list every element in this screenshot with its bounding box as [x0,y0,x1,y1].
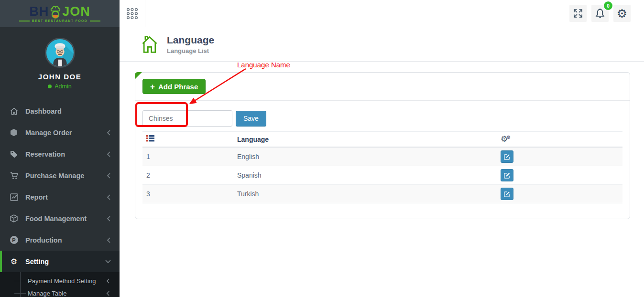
add-language-form: Save [142,110,622,127]
sidebar-item-production[interactable]: P Production [0,229,120,251]
sidebar-subitem-label: Manage Table [28,290,106,297]
notification-count-badge: 0 [604,1,612,10]
online-status-dot [48,85,52,88]
sidebar-item-report[interactable]: Report [0,186,120,208]
production-icon: P [9,236,19,244]
cube-icon [9,128,19,137]
row-number: 3 [142,190,233,198]
sidebar-item-label: Food Management [25,215,107,223]
main-area: Language Language List + Add Phrase [120,27,644,297]
language-name-input[interactable] [142,110,232,127]
page-subtitle: Language List [167,47,214,54]
chef-hat-icon [49,5,62,19]
sidebar-item-setting[interactable]: ⚙ Setting [0,251,120,272]
plus-icon: + [150,83,155,91]
sidebar-item-food-management[interactable]: Food Management [0,208,120,229]
panel-header: + Add Phrase [135,73,630,101]
sidebar-item-label: Dashboard [25,107,111,115]
edit-pencil-icon [504,172,510,179]
chevron-down-icon [105,259,111,264]
chevron-left-icon [106,278,110,284]
content-area: + Add Phrase Save [120,62,644,297]
setting-submenu: Payment Method Setting Manage Table [0,272,120,297]
fullscreen-button[interactable] [569,5,587,22]
annotation-language-name-label: Language Name [237,61,290,69]
package-box-icon [9,214,19,223]
edit-pencil-icon [504,191,510,197]
sidebar-item-label: Setting [25,258,105,265]
settings-button[interactable]: ⚙ [613,5,631,22]
user-role: Admin [0,83,120,90]
edit-language-button[interactable] [501,169,513,181]
language-panel: + Add Phrase Save [135,72,630,219]
sidebar-item-label: Production [25,236,107,244]
notifications-button[interactable]: 0 [591,5,609,22]
brand-text-right: JON [62,5,90,18]
sidebar-menu: Dashboard Manage Order Reservation [0,100,120,272]
language-column-header: Language [233,136,497,143]
table-row: 2 Spanish [142,166,622,185]
edit-language-button[interactable] [501,188,513,200]
sidebar-item-label: Manage Order [25,129,107,137]
sidebar-item-manage-order[interactable]: Manage Order [0,122,120,143]
topbar: BH JON BEST RESTAURANT FOOD [0,0,644,27]
chevron-left-icon [107,216,111,222]
sidebar-item-reservation[interactable]: Reservation [0,143,120,165]
language-cell: Turkish [233,190,497,198]
bell-icon [594,7,606,20]
sidebar: JOHN DOE Admin Dashboard Ma [0,27,120,297]
sidebar-item-label: Reservation [25,150,107,158]
fullscreen-expand-icon [572,8,584,19]
tag-icon [9,150,19,158]
chevron-left-icon [107,173,111,179]
panel-body: Save La [135,101,630,203]
tagline-rule-right [90,21,100,21]
panel-corner-ribbon [135,72,142,79]
home-icon [140,34,159,55]
sidebar-item-label: Report [25,193,107,201]
sidebar-item-label: Purchase Manage [25,172,107,180]
apps-grid-icon [126,7,139,20]
user-profile: JOHN DOE Admin [0,27,120,90]
add-phrase-button[interactable]: + Add Phrase [142,79,206,94]
edit-pencil-icon [504,154,510,160]
list-icon [142,135,233,144]
sidebar-subitem-label: Payment Method Setting [28,277,106,285]
chevron-left-icon [107,237,111,243]
page-title: Language [167,34,214,46]
avatar[interactable] [45,38,75,68]
edit-language-button[interactable] [501,150,513,163]
add-phrase-label: Add Phrase [158,83,198,91]
app-window: BH JON BEST RESTAURANT FOOD [0,0,644,297]
language-cell: Spanish [233,171,497,179]
table-row: 1 English [142,148,622,166]
gear-icon: ⚙ [9,257,19,266]
row-number: 1 [142,153,233,160]
chevron-left-icon [107,130,111,136]
sidebar-subitem-payment-method-setting[interactable]: Payment Method Setting [0,275,120,287]
user-role-label: Admin [55,83,71,90]
brand-logo[interactable]: BH JON BEST RESTAURANT FOOD [0,0,120,27]
language-table: Language ⚙⚙ 1 English [142,131,622,203]
page-header: Language Language List [120,27,644,62]
chevron-left-icon [107,151,111,157]
chef-avatar-illustration [46,39,74,66]
tree-line [20,272,21,297]
sidebar-item-purchase-manage[interactable]: Purchase Manage [0,165,120,186]
brand-logo-text: BH JON [29,5,90,18]
gear-icon: ⚙ [617,8,627,20]
settings-cogs-icon: ⚙⚙ [497,135,622,143]
chevron-left-icon [107,194,111,200]
shopping-cart-icon [9,172,19,180]
topbar-actions: 0 ⚙ [120,0,644,27]
table-header-row: Language ⚙⚙ [142,131,622,148]
home-icon [9,107,19,115]
save-button[interactable]: Save [236,111,266,127]
brand-text-left: BH [29,5,49,18]
tagline-rule-left [19,21,30,21]
apps-grid-button[interactable] [120,0,145,27]
sidebar-subitem-manage-table[interactable]: Manage Table [0,287,120,297]
sidebar-item-dashboard[interactable]: Dashboard [0,100,120,122]
row-number: 2 [142,171,233,179]
brand-tagline: BEST RESTAURANT FOOD [19,19,100,22]
